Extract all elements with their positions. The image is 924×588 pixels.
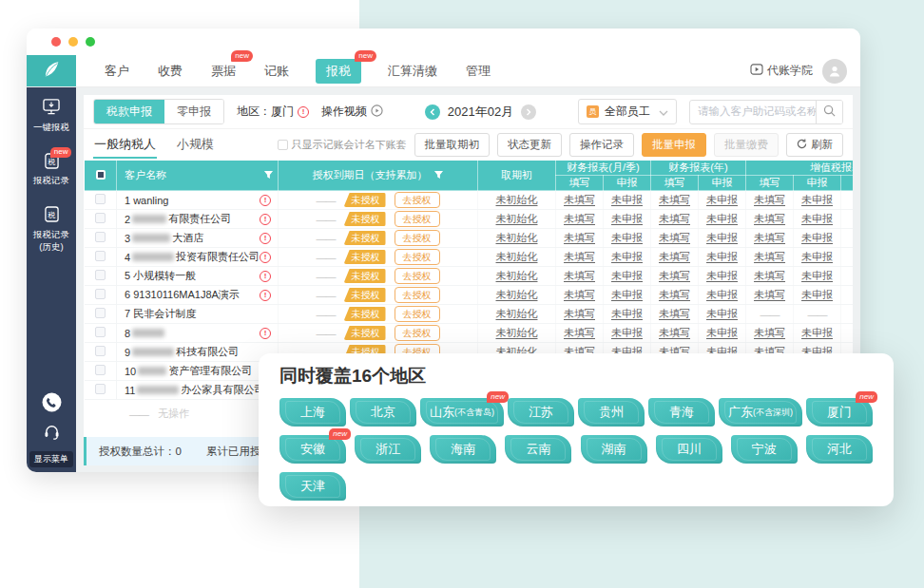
staff-filter-select[interactable]: 员 全部员工 [578,99,677,124]
initial-status-link[interactable]: 未初始化 [496,270,538,281]
status-link[interactable]: 未申报 [801,213,833,224]
sidebar-item-filing-records-history[interactable]: 税 报税记录 (历史) [33,206,69,253]
region-chip-浙江[interactable]: 浙江 [355,435,421,464]
status-link[interactable]: 未填写 [659,194,690,205]
status-link[interactable]: 未填写 [754,327,785,338]
row-checkbox[interactable] [95,270,106,280]
go-authorize-button[interactable]: 去授权 [395,268,440,284]
region-chip-上海[interactable]: 上海 [279,398,346,427]
status-link[interactable]: 未申报 [611,251,643,262]
minimize-window-button[interactable] [68,37,78,47]
status-link[interactable]: 未申报 [801,327,833,338]
nav-tab-settlement[interactable]: 汇算清缴 [386,59,439,84]
phone-icon[interactable] [42,392,62,416]
region-chip-青海[interactable]: 青海 [648,398,715,427]
status-link[interactable]: 未申报 [611,327,643,338]
go-authorize-button[interactable]: 去授权 [395,211,440,227]
sidebar-item-filing-records[interactable]: new 税 报税记录 [33,153,69,188]
status-link[interactable]: 未填写 [659,232,690,243]
status-link[interactable]: 未申报 [801,270,833,281]
status-link[interactable]: 未申报 [801,251,833,262]
region-chip-四川[interactable]: 四川 [656,435,722,464]
refresh-button[interactable]: 刷新 [786,133,843,157]
status-link[interactable]: 未填写 [659,213,690,224]
row-checkbox[interactable] [95,232,106,242]
nav-tab-invoices[interactable]: 票据new [209,59,238,84]
show-menu-toggle[interactable]: 显示菜单 [29,451,73,467]
region-chip-云南[interactable]: 云南 [505,435,571,464]
filter-funnel-icon[interactable] [263,170,274,181]
tab-small-scale[interactable]: 小规模 [176,129,215,160]
status-link[interactable]: 未填写 [564,213,595,224]
go-authorize-button[interactable]: 去授权 [395,230,440,246]
go-authorize-button[interactable]: 去授权 [395,192,440,208]
initial-status-link[interactable]: 未初始化 [496,232,538,243]
status-link[interactable]: 未填写 [659,289,690,300]
prev-month-button[interactable] [425,104,440,120]
go-authorize-button[interactable]: 去授权 [395,325,440,341]
status-link[interactable]: 未申报 [706,289,738,300]
row-checkbox[interactable] [95,384,106,394]
status-link[interactable]: 未申报 [611,308,643,319]
status-link[interactable]: 未填写 [754,289,785,300]
headset-icon[interactable] [43,423,61,445]
region-chip-宁波[interactable]: 宁波 [731,435,798,464]
row-checkbox[interactable] [95,327,106,337]
status-link[interactable]: 未填写 [659,327,690,338]
row-checkbox[interactable] [95,346,106,356]
nav-tab-tax-filing[interactable]: 报税new [316,59,361,84]
academy-link[interactable]: 代账学院 [750,63,813,79]
status-link[interactable]: 未填写 [564,327,595,338]
search-input[interactable]: 请输入客户助记码或名称 [690,101,816,123]
status-link[interactable]: 未申报 [801,289,833,300]
status-link[interactable]: 未申报 [706,270,738,281]
status-link[interactable]: 未填写 [659,251,690,262]
status-link[interactable]: 未申报 [611,194,643,205]
status-link[interactable]: 未申报 [611,232,643,243]
status-update-button[interactable]: 状态更新 [497,133,562,157]
batch-take-initial-button[interactable]: 批量取期初 [414,133,491,157]
region-chip-海南[interactable]: 海南 [430,435,496,464]
status-link[interactable]: 未填写 [754,213,785,224]
status-link[interactable]: 未申报 [706,308,738,319]
search-button[interactable] [816,101,842,123]
status-link[interactable]: 未填写 [659,308,690,319]
sidebar-item-one-click-filing[interactable]: 一键报税 [33,99,69,134]
nav-tab-fees[interactable]: 收费 [156,59,184,84]
status-link[interactable]: 未填写 [564,232,595,243]
status-link[interactable]: 未申报 [706,251,738,262]
region-indicator[interactable]: 地区：厦门 ! [237,104,309,120]
region-chip-天津[interactable]: 天津 [279,472,346,501]
status-link[interactable]: 未填写 [564,270,595,281]
initial-status-link[interactable]: 未初始化 [496,251,538,262]
status-link[interactable]: 未申报 [706,327,738,338]
region-chip-北京[interactable]: 北京 [350,398,416,427]
region-chip-广东[interactable]: 广东(不含深圳) [719,398,802,427]
status-link[interactable]: 未填写 [754,194,785,205]
initial-status-link[interactable]: 未初始化 [496,327,538,338]
select-all-header[interactable] [85,161,117,191]
region-chip-山东[interactable]: 山东(不含青岛)new [420,398,504,427]
next-month-button[interactable] [521,104,536,120]
region-chip-河北[interactable]: 河北 [806,435,873,464]
status-link[interactable]: 未填写 [659,270,690,281]
status-link[interactable]: 未申报 [611,213,643,224]
accountant-filter-checkbox[interactable]: 只显示记账会计名下账套 [278,138,407,152]
row-checkbox[interactable] [95,289,106,299]
status-link[interactable]: 未申报 [611,270,643,281]
status-link[interactable]: 未填写 [564,308,595,319]
status-link[interactable]: 未申报 [706,232,738,243]
region-chip-贵州[interactable]: 贵州 [578,398,645,427]
filter-funnel-icon[interactable] [433,170,444,181]
go-authorize-button[interactable]: 去授权 [395,287,440,303]
status-link[interactable]: 未申报 [801,232,833,243]
avatar[interactable] [822,59,847,84]
status-link[interactable]: 未填写 [754,251,785,262]
operation-record-button[interactable]: 操作记录 [569,133,634,157]
status-link[interactable]: 未填写 [564,251,595,262]
select-all-checkbox[interactable] [96,170,106,180]
nav-tab-management[interactable]: 管理 [464,59,492,84]
tab-general-taxpayer[interactable]: 一般纳税人 [93,129,157,160]
status-link[interactable]: 未填写 [754,270,785,281]
row-checkbox[interactable] [95,251,106,261]
